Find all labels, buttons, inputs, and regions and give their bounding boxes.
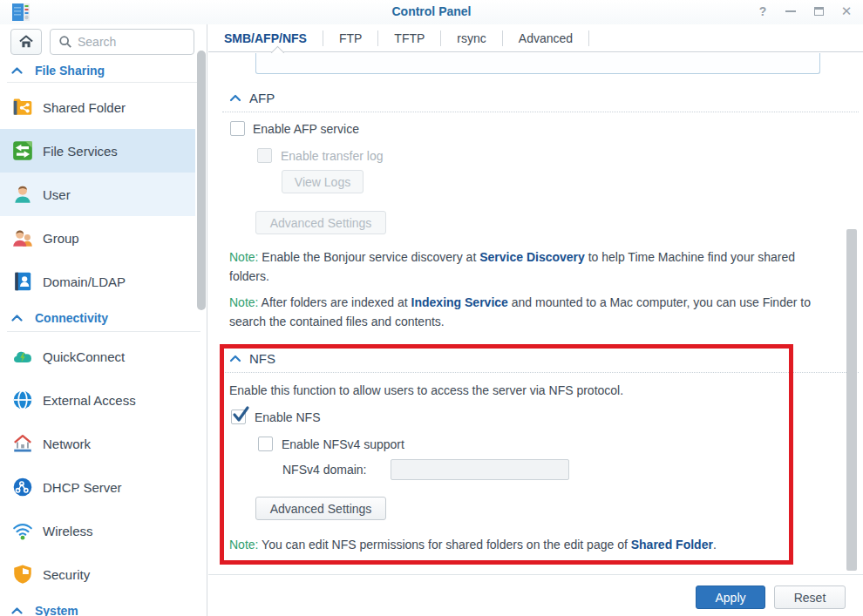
dhcp-server-icon: [11, 476, 34, 498]
close-icon[interactable]: ✕: [839, 3, 854, 19]
home-button[interactable]: [10, 29, 42, 55]
title-bar: Control Panel ? ✕: [0, 0, 863, 24]
afp-note-1: Note: Enable the Bonjour service discove…: [229, 247, 832, 286]
help-icon[interactable]: ?: [755, 3, 771, 19]
search-box[interactable]: [50, 29, 194, 55]
sidebar-item-file-services[interactable]: File Services: [0, 129, 195, 173]
chevron-up-icon: [11, 607, 23, 614]
shared-folder-link[interactable]: Shared Folder: [631, 538, 713, 552]
dotted-divider: [222, 112, 859, 112]
user-icon: [11, 183, 34, 206]
sidebar-item-user[interactable]: User: [0, 173, 195, 216]
sidebar-item-group[interactable]: Group: [0, 216, 207, 260]
search-icon: [58, 35, 72, 49]
maximize-icon[interactable]: [811, 3, 826, 19]
red-highlight-box: [220, 344, 793, 565]
nfsv4-domain-label: NFSv4 domain:: [282, 463, 366, 477]
file-services-icon: [11, 139, 34, 162]
wireless-icon: [11, 519, 34, 542]
chevron-up-icon: [229, 355, 241, 362]
sidebar-section-connectivity[interactable]: Connectivity: [0, 307, 207, 329]
network-icon: [11, 432, 34, 455]
tab-smb-afp-nfs[interactable]: SMB/AFP/NFS: [208, 24, 323, 52]
checkmark-icon: [233, 406, 250, 423]
partial-text-input[interactable]: [255, 53, 820, 74]
enable-nfsv4-label[interactable]: Enable NFSv4 support: [282, 437, 404, 451]
sidebar-scrollbar-thumb[interactable]: [197, 51, 206, 310]
sidebar-item-quickconnect[interactable]: QuickConnect: [0, 335, 207, 378]
chevron-up-icon: [11, 315, 23, 322]
enable-transfer-log-checkbox: [257, 148, 272, 163]
nfs-description: Enable this function to allow users to a…: [229, 383, 623, 397]
nfs-advanced-settings-button[interactable]: Advanced Settings: [255, 497, 386, 520]
tab-ftp[interactable]: FTP: [323, 24, 377, 52]
nfsv4-domain-input: [391, 459, 569, 480]
content-scrollbar-thumb[interactable]: [846, 229, 857, 571]
enable-nfs-checkbox[interactable]: [231, 410, 246, 424]
service-discovery-link[interactable]: Service Discovery: [479, 250, 585, 264]
enable-afp-label[interactable]: Enable AFP service: [253, 122, 359, 136]
tab-tftp[interactable]: TFTP: [378, 24, 440, 52]
sidebar-item-wireless[interactable]: Wireless: [0, 509, 207, 552]
footer-divider: [208, 574, 863, 575]
shared-folder-icon: [11, 96, 34, 118]
enable-nfsv4-checkbox[interactable]: [258, 437, 273, 451]
nfs-note: Note: You can edit NFS permissions for s…: [229, 535, 778, 554]
reset-button[interactable]: Reset: [774, 586, 846, 609]
search-input[interactable]: [78, 35, 173, 49]
divider: [7, 331, 200, 332]
apply-button[interactable]: Apply: [696, 586, 765, 609]
view-logs-button: View Logs: [282, 170, 364, 193]
tab-rsync[interactable]: rsync: [441, 24, 501, 52]
divider: [7, 82, 200, 83]
tab-advanced[interactable]: Advanced: [503, 24, 588, 52]
sidebar-item-security[interactable]: Security: [0, 552, 207, 596]
group-icon: [11, 227, 34, 249]
sidebar-item-domain-ldap[interactable]: Domain/LDAP: [0, 260, 207, 303]
nfs-section-header[interactable]: NFS: [229, 351, 275, 366]
sidebar-item-external-access[interactable]: External Access: [0, 378, 207, 422]
tab-separator: [588, 30, 589, 46]
external-access-icon: [11, 389, 34, 411]
sidebar-section-file-sharing[interactable]: File Sharing: [0, 59, 207, 82]
security-icon: [11, 563, 34, 586]
home-icon: [17, 33, 35, 51]
afp-advanced-settings-button: Advanced Settings: [255, 211, 386, 234]
domain-ldap-icon: [11, 270, 34, 293]
enable-nfs-label[interactable]: Enable NFS: [255, 410, 320, 424]
afp-section-header[interactable]: AFP: [229, 91, 275, 105]
quickconnect-icon: [11, 345, 34, 368]
dotted-divider: [222, 372, 859, 373]
enable-afp-checkbox[interactable]: [230, 121, 245, 136]
sidebar: File Sharing Shared Folder: [0, 24, 207, 616]
sidebar-item-network[interactable]: Network: [0, 422, 207, 465]
afp-note-2: Note: After folders are indexed at Index…: [229, 293, 850, 331]
sidebar-section-system[interactable]: System: [0, 599, 207, 616]
chevron-up-icon: [11, 67, 23, 74]
tab-bar: SMB/AFP/NFS FTP TFTP rsync Advanced: [208, 24, 863, 52]
content-pane: SMB/AFP/NFS FTP TFTP rsync Advanced AFP …: [208, 24, 863, 616]
minimize-icon[interactable]: [783, 3, 798, 19]
sidebar-item-shared-folder[interactable]: Shared Folder: [0, 85, 207, 129]
sidebar-item-dhcp-server[interactable]: DHCP Server: [0, 465, 207, 509]
chevron-up-icon: [229, 94, 241, 102]
window-title: Control Panel: [0, 4, 863, 18]
control-panel-window: Control Panel ? ✕ File: [0, 0, 863, 616]
indexing-service-link[interactable]: Indexing Service: [411, 295, 508, 309]
enable-transfer-log-label: Enable transfer log: [281, 149, 384, 163]
